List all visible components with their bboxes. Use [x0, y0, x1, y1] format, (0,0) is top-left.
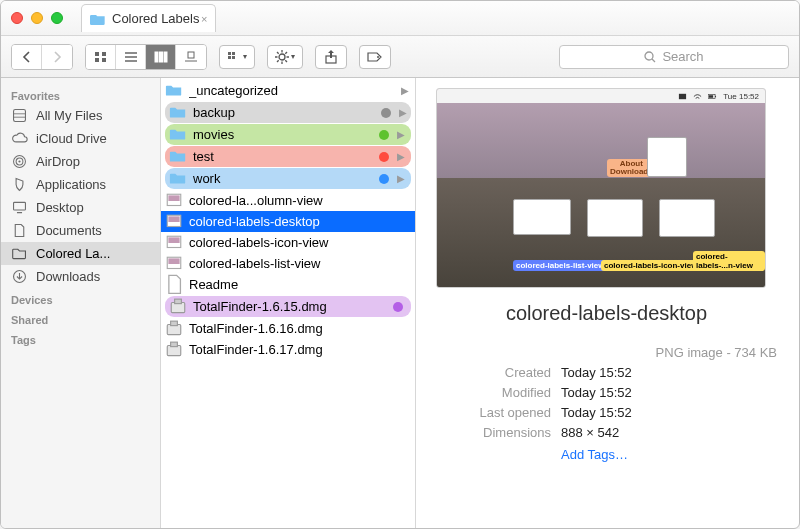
file-label: TotalFinder-1.6.17.dmg [189, 342, 409, 357]
zoom-window-button[interactable] [51, 12, 63, 24]
svg-rect-8 [159, 52, 162, 62]
sidebar-item-label: Applications [36, 177, 106, 192]
close-window-button[interactable] [11, 12, 23, 24]
svg-rect-1 [102, 52, 106, 56]
icon-view-button[interactable] [86, 45, 116, 69]
column-view-button[interactable] [146, 45, 176, 69]
preview-value: Today 15:52 [561, 403, 632, 423]
file-label: colored-labels-list-view [189, 256, 409, 271]
edit-tags-button[interactable] [359, 45, 391, 69]
action-button[interactable]: ▾ [267, 45, 303, 69]
file-label: TotalFinder-1.6.16.dmg [189, 321, 409, 336]
dmg-icon [169, 299, 187, 314]
arrange-button[interactable]: ▾ [219, 45, 255, 69]
sidebar-item-documents[interactable]: Documents [1, 219, 160, 242]
folder-icon [169, 171, 187, 186]
file-row[interactable]: backup▶ [165, 102, 411, 123]
chevron-down-icon: ▾ [291, 52, 295, 61]
thumbnail-window [587, 199, 643, 237]
svg-point-27 [645, 52, 653, 60]
add-tags-button[interactable]: Add Tags… [561, 447, 777, 462]
sidebar-item-airdrop[interactable]: AirDrop [1, 150, 160, 173]
finder-window: Colored Labels × ▾ ▾ [0, 0, 800, 529]
svg-rect-39 [168, 195, 179, 201]
color-tag-dot [379, 130, 389, 140]
file-row[interactable]: TotalFinder-1.6.17.dmg [161, 339, 415, 360]
sidebar-item-icloud-drive[interactable]: iCloud Drive [1, 127, 160, 150]
color-tag-dot [381, 108, 391, 118]
png-icon [165, 256, 183, 271]
svg-rect-52 [679, 93, 686, 98]
color-tag-dot [379, 174, 389, 184]
file-row[interactable]: test▶ [165, 146, 411, 167]
preview-value: 888 × 542 [561, 423, 619, 443]
disclosure-arrow-icon: ▶ [401, 85, 409, 96]
preview-thumbnail: Tue 15:52 About Downloads colored-labels… [436, 88, 766, 288]
sidebar-item-downloads[interactable]: Downloads [1, 265, 160, 288]
file-label: TotalFinder-1.6.15.dmg [193, 299, 387, 314]
desktop-icon [11, 199, 28, 216]
disclosure-arrow-icon: ▶ [397, 151, 405, 162]
preview-key: Last opened [436, 403, 551, 423]
file-row[interactable]: movies▶ [165, 124, 411, 145]
file-label: backup [193, 105, 375, 120]
preview-key: Dimensions [436, 423, 551, 443]
file-label: test [193, 149, 373, 164]
preview-kind: PNG image - 734 KB [436, 345, 777, 360]
disclosure-arrow-icon: ▶ [397, 173, 405, 184]
list-view-button[interactable] [116, 45, 146, 69]
svg-rect-43 [168, 237, 179, 243]
svg-rect-12 [228, 52, 231, 55]
battery-icon [708, 92, 717, 101]
file-label: colored-labels-desktop [189, 214, 409, 229]
tab-colored-labels[interactable]: Colored Labels × [81, 4, 216, 32]
coverflow-view-button[interactable] [176, 45, 206, 69]
apps-icon [11, 176, 28, 193]
sidebar-item-applications[interactable]: Applications [1, 173, 160, 196]
file-row[interactable]: Readme [161, 274, 415, 295]
sidebar-heading-shared: Shared [1, 308, 160, 328]
sidebar-item-label: Documents [36, 223, 102, 238]
tag-icon [367, 51, 383, 63]
file-row[interactable]: colored-la...olumn-view [161, 190, 415, 211]
search-input[interactable]: Search [559, 45, 789, 69]
file-row[interactable]: TotalFinder-1.6.16.dmg [161, 318, 415, 339]
preview-pane: Tue 15:52 About Downloads colored-labels… [416, 78, 799, 528]
thumbnail-menubar: Tue 15:52 [437, 89, 765, 103]
sidebar-item-label: Desktop [36, 200, 84, 215]
svg-point-16 [279, 54, 285, 60]
svg-line-23 [285, 52, 287, 54]
back-button[interactable] [12, 45, 42, 69]
file-row[interactable]: colored-labels-list-view [161, 253, 415, 274]
file-row[interactable]: _uncategorized▶ [161, 80, 415, 101]
png-icon [165, 235, 183, 250]
file-row[interactable]: colored-labels-icon-view [161, 232, 415, 253]
sidebar-item-desktop[interactable]: Desktop [1, 196, 160, 219]
sidebar-item-label: iCloud Drive [36, 131, 107, 146]
forward-button[interactable] [42, 45, 72, 69]
tab-title: Colored Labels [112, 11, 199, 26]
file-row[interactable]: work▶ [165, 168, 411, 189]
sidebar-item-label: Colored La... [36, 246, 110, 261]
folder-icon [169, 127, 187, 142]
all-files-icon [11, 107, 28, 124]
minimize-window-button[interactable] [31, 12, 43, 24]
svg-point-34 [18, 160, 20, 162]
file-row[interactable]: colored-labels-desktop [161, 211, 415, 232]
folder-icon [165, 83, 183, 98]
sidebar-item-colored-labels[interactable]: Colored La... [1, 242, 160, 265]
preview-filename: colored-labels-desktop [436, 302, 777, 325]
txt-icon [165, 277, 183, 292]
sidebar-item-all-my-files[interactable]: All My Files [1, 104, 160, 127]
sidebar-item-label: All My Files [36, 108, 102, 123]
dmg-icon [165, 342, 183, 357]
svg-line-22 [285, 60, 287, 62]
svg-point-26 [377, 56, 379, 58]
share-icon [325, 50, 337, 64]
svg-rect-49 [171, 321, 178, 326]
wifi-icon [693, 92, 702, 101]
file-row[interactable]: TotalFinder-1.6.15.dmg [165, 296, 411, 317]
share-button[interactable] [315, 45, 347, 69]
close-tab-icon[interactable]: × [201, 13, 207, 25]
search-icon [644, 51, 656, 63]
